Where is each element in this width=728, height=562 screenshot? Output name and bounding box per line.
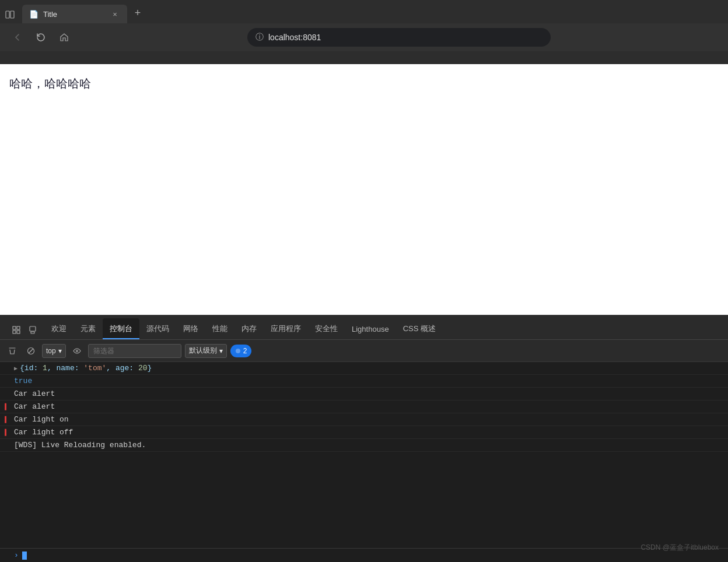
address-bar: ⓘ localhost:8081	[0, 23, 728, 51]
console-text: Car light off	[14, 428, 73, 437]
chevron-down-icon: ▾	[58, 347, 62, 355]
tab-lighthouse-label: Lighthouse	[352, 325, 389, 333]
console-line: [WDS] Live Reloading enabled.	[0, 439, 728, 452]
context-label: top	[46, 347, 56, 355]
console-line: Car alert	[0, 388, 728, 401]
sidebar-toggle-icon[interactable]	[5, 9, 15, 20]
svg-rect-2	[13, 326, 16, 329]
tab-network[interactable]: 网络	[176, 318, 205, 339]
console-text: Car light on	[14, 415, 69, 424]
device-toolbar-icon[interactable]	[26, 323, 40, 337]
tab-network-label: 网络	[183, 324, 198, 334]
tab-performance[interactable]: 性能	[205, 318, 235, 339]
refresh-button[interactable]	[33, 29, 49, 45]
new-tab-button[interactable]: +	[130, 5, 146, 21]
tab-lighthouse[interactable]: Lighthouse	[345, 318, 396, 339]
level-label: 默认级别	[189, 346, 217, 356]
svg-rect-7	[31, 332, 34, 333]
tab-bar: 📄 Title × +	[0, 0, 728, 23]
tab-console[interactable]: 控制台	[103, 318, 139, 339]
log-level-selector[interactable]: 默认级别 ▾	[185, 344, 227, 358]
disable-filter-button[interactable]	[23, 343, 38, 359]
svg-rect-4	[13, 331, 16, 333]
svg-rect-1	[10, 11, 14, 18]
svg-point-9	[76, 350, 78, 352]
console-line-marked: Car light off	[0, 426, 728, 439]
csdn-watermark: CSDN @蓝盒子itbluebox	[640, 543, 719, 553]
tab-sources[interactable]: 源代码	[139, 318, 176, 339]
tab-welcome-label: 欢迎	[51, 324, 66, 334]
tab-css-label: CSS 概述	[403, 324, 436, 334]
console-bool: true	[14, 377, 32, 385]
console-line: true	[0, 375, 728, 388]
tab-application-label: 应用程序	[271, 324, 301, 334]
tab-close-button[interactable]: ×	[110, 9, 120, 19]
home-button[interactable]	[56, 29, 72, 45]
svg-rect-5	[17, 331, 20, 333]
tab-memory[interactable]: 内存	[235, 318, 264, 339]
tab-left-icons	[5, 9, 15, 20]
eye-icon[interactable]	[69, 343, 85, 359]
tab-security-label: 安全性	[315, 324, 338, 334]
inspect-element-icon[interactable]	[9, 323, 23, 337]
tab-elements-label: 元素	[80, 324, 96, 334]
address-text: localhost:8081	[268, 33, 321, 42]
console-prompt-icon: ›	[14, 551, 19, 560]
back-button[interactable]	[9, 29, 26, 45]
tab-performance-label: 性能	[212, 324, 228, 334]
console-cursor	[22, 552, 27, 560]
badge-count: 2	[243, 347, 247, 355]
browser-chrome: 📄 Title × + ⓘ localhost:8081	[0, 0, 728, 64]
filter-input[interactable]	[88, 344, 181, 358]
svg-rect-6	[30, 326, 36, 331]
console-text: [WDS] Live Reloading enabled.	[14, 441, 146, 449]
page-main-text: 哈哈，哈哈哈哈	[9, 76, 91, 92]
console-line-marked: Car alert	[0, 401, 728, 413]
console-line-marked: Car light on	[0, 413, 728, 426]
console-line: ▶ {id: 1, name: 'tom', age: 20}	[0, 362, 728, 375]
console-input-line[interactable]: ›	[0, 548, 728, 562]
site-info-icon[interactable]: ⓘ	[256, 32, 264, 43]
tab-elements[interactable]: 元素	[74, 318, 103, 339]
browser-tab[interactable]: 📄 Title ×	[22, 5, 127, 23]
page-content: 哈哈，哈哈哈哈	[0, 64, 728, 315]
level-chevron-icon: ▾	[219, 347, 223, 355]
devtools-icon-buttons	[5, 323, 44, 337]
svg-rect-0	[6, 11, 9, 18]
tab-memory-label: 内存	[242, 324, 257, 334]
svg-point-10	[236, 349, 240, 353]
tab-application[interactable]: 应用程序	[264, 318, 308, 339]
devtools-tab-bar: 欢迎 元素 控制台 源代码 网络 性能 内存 应用程序 安全性 Lighthou…	[0, 315, 728, 340]
address-bar-input[interactable]: ⓘ localhost:8081	[247, 28, 551, 47]
expand-arrow[interactable]: ▶	[14, 365, 18, 372]
console-object: {id: 1, name: 'tom', age: 20}	[20, 364, 152, 373]
tab-console-label: 控制台	[110, 324, 132, 334]
watermark-text: CSDN @蓝盒子itbluebox	[640, 543, 719, 552]
tab-security[interactable]: 安全性	[308, 318, 345, 339]
console-text: Car alert	[14, 389, 55, 398]
tab-css[interactable]: CSS 概述	[396, 318, 443, 339]
tab-sources-label: 源代码	[146, 324, 169, 334]
svg-rect-3	[17, 326, 20, 329]
tab-title: Title	[43, 10, 105, 19]
console-toolbar: top ▾ 默认级别 ▾ 2	[0, 340, 728, 362]
message-badge[interactable]: 2	[230, 345, 252, 357]
console-output: ▶ {id: 1, name: 'tom', age: 20} true Car…	[0, 362, 728, 548]
clear-console-button[interactable]	[5, 343, 20, 359]
devtools-panel: 欢迎 元素 控制台 源代码 网络 性能 内存 应用程序 安全性 Lighthou…	[0, 315, 728, 562]
console-text: Car alert	[14, 402, 55, 411]
context-selector[interactable]: top ▾	[42, 344, 66, 358]
tab-welcome[interactable]: 欢迎	[44, 318, 74, 339]
tab-doc-icon: 📄	[29, 10, 38, 19]
